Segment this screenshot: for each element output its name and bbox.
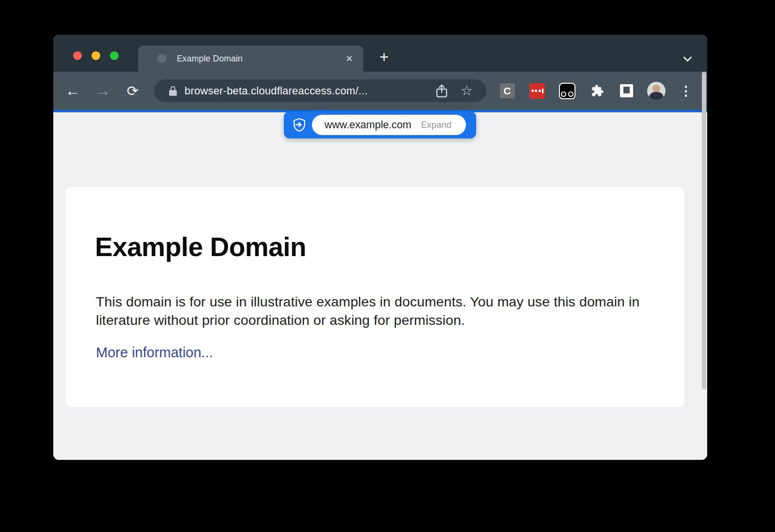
address-bar[interactable]: browser-beta.cloudflareaccess.com/... ☆: [154, 79, 486, 102]
profile-avatar[interactable]: [645, 72, 667, 110]
desktop-background: Example Domain × + ← → ⟳ browser-beta.cl…: [0, 0, 775, 532]
url-text[interactable]: browser-beta.cloudflareaccess.com/...: [185, 85, 435, 97]
side-panel-icon[interactable]: [616, 72, 637, 110]
more-information-link[interactable]: More information...: [96, 345, 213, 361]
extension-goggles-icon[interactable]: [557, 72, 578, 110]
bookmark-star-icon[interactable]: ☆: [461, 84, 473, 98]
window-close-button[interactable]: [73, 51, 82, 60]
isolation-domain-pill[interactable]: www.example.com Expand: [284, 111, 476, 138]
tab-title: Example Domain: [177, 54, 243, 64]
lock-icon[interactable]: [169, 86, 177, 96]
new-tab-button[interactable]: +: [375, 48, 393, 67]
tab-close-icon[interactable]: ×: [346, 53, 353, 64]
page-viewport: www.example.com Expand Example Domain Th…: [53, 112, 707, 460]
vertical-scrollbar[interactable]: [702, 72, 706, 389]
back-button[interactable]: ←: [62, 72, 83, 110]
browser-toolbar: ← → ⟳ browser-beta.cloudflareaccess.com/…: [53, 72, 707, 110]
extensions-puzzle-icon[interactable]: [587, 72, 608, 110]
tab-search-chevron-icon[interactable]: [683, 53, 692, 61]
extension-c-icon[interactable]: C: [496, 72, 518, 110]
forward-button[interactable]: →: [92, 72, 113, 110]
window-zoom-button[interactable]: [110, 51, 119, 60]
page-paragraph: This domain is for use in illustrative e…: [96, 292, 652, 329]
cloudflare-shield-icon: [292, 118, 307, 132]
isolation-domain-field[interactable]: www.example.com Expand: [312, 115, 466, 135]
window-minimize-button[interactable]: [92, 51, 100, 60]
browser-window: Example Domain × + ← → ⟳ browser-beta.cl…: [53, 35, 707, 460]
example-domain-card: Example Domain This domain is for use in…: [65, 187, 684, 407]
globe-favicon-icon: [156, 53, 167, 64]
page-title: Example Domain: [95, 231, 306, 262]
tab-example-domain[interactable]: Example Domain ×: [138, 46, 363, 72]
isolation-domain-text: www.example.com: [325, 119, 411, 131]
reload-button[interactable]: ⟳: [122, 72, 143, 110]
tab-strip: Example Domain × +: [53, 35, 707, 72]
share-icon[interactable]: [435, 84, 448, 98]
isolation-expand-button[interactable]: Expand: [421, 120, 451, 130]
extension-password-manager-icon[interactable]: [527, 72, 548, 110]
browser-menu-icon[interactable]: ⋮: [676, 72, 696, 110]
